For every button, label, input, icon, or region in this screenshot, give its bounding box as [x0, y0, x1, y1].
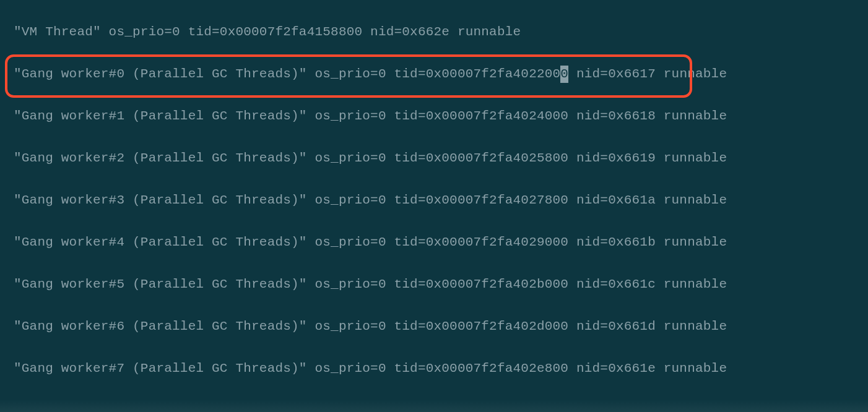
thread-line: "Gang worker#2 (Parallel GC Threads)" os…	[14, 150, 868, 167]
thread-line: "Gang worker#1 (Parallel GC Threads)" os…	[14, 108, 868, 125]
thread-line: "VM Thread" os_prio=0 tid=0x00007f2fa415…	[14, 24, 868, 41]
terminal-cursor: 0	[560, 66, 568, 83]
thread-line: "Gang worker#6 (Parallel GC Threads)" os…	[14, 318, 868, 335]
thread-line-highlighted: "Gang worker#0 (Parallel GC Threads)" os…	[14, 66, 868, 83]
terminal-output: "VM Thread" os_prio=0 tid=0x00007f2fa415…	[0, 24, 868, 377]
thread-line: "Gang worker#3 (Parallel GC Threads)" os…	[14, 192, 868, 209]
window-edge-shadow	[0, 400, 868, 412]
thread-line: "Gang worker#4 (Parallel GC Threads)" os…	[14, 234, 868, 251]
thread-line: "Gang worker#5 (Parallel GC Threads)" os…	[14, 276, 868, 293]
thread-line: "Gang worker#7 (Parallel GC Threads)" os…	[14, 360, 868, 377]
